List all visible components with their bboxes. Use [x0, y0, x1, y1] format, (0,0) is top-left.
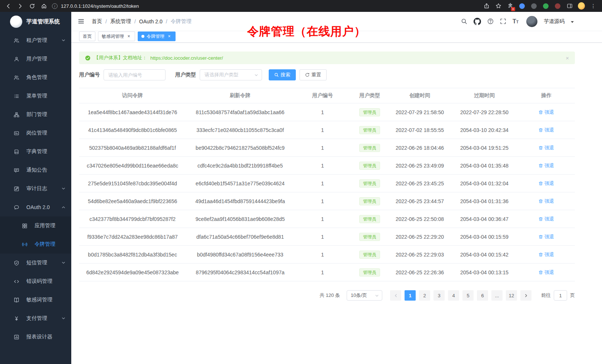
sidebar-toggle-button[interactable]	[78, 18, 85, 25]
extension-with-badge-icon[interactable]: 0	[507, 3, 514, 10]
github-icon[interactable]	[474, 18, 481, 25]
prev-page-button[interactable]	[390, 290, 401, 301]
total-count: 共 120 条	[320, 292, 340, 299]
sidebar-item-oauth2-application[interactable]: 应用管理	[0, 216, 71, 235]
force-logout-button[interactable]: 强退	[539, 162, 554, 169]
page-button-1[interactable]: 1	[405, 290, 416, 301]
sidebar-item-dept[interactable]: 部门管理	[0, 105, 71, 124]
next-page-button[interactable]	[520, 290, 531, 301]
create-time-cell: 2022-06-25 23:49:09	[389, 157, 451, 175]
user-type-badge: 管理员	[359, 179, 380, 188]
user-type-badge: 管理员	[359, 126, 380, 134]
delete-icon	[539, 110, 543, 115]
green-extension-icon[interactable]	[542, 3, 549, 10]
bookmark-star-icon[interactable]	[495, 3, 502, 10]
tab-close-icon[interactable]: ×	[126, 34, 131, 39]
user-name[interactable]: 芋道源码	[544, 18, 565, 25]
user-avatar[interactable]	[526, 16, 537, 27]
column-header-user_type: 用户类型	[351, 88, 389, 103]
alert-close-icon[interactable]: ×	[566, 55, 569, 61]
sidebar-item-pay[interactable]: 支付管理	[0, 309, 71, 328]
back-button[interactable]	[4, 1, 13, 10]
search-icon[interactable]	[461, 18, 467, 24]
sidebar-item-error-code[interactable]: 错误码管理	[0, 272, 71, 291]
chevron-down-icon	[61, 186, 66, 191]
side-panel-icon[interactable]	[566, 3, 573, 10]
page-button-2[interactable]: 2	[419, 290, 430, 301]
doc-alert: 【用户体系】文档地址： https://doc.iocoder.cn/user-…	[79, 52, 575, 64]
app-logo[interactable]: 芋道管理系统	[0, 12, 71, 31]
user-type-badge: 管理员	[359, 215, 380, 223]
sidebar-item-dict[interactable]: 字典管理	[0, 142, 71, 161]
table-row: b0d1785bc3a8482f812db4a3f3bd15ecb0df4980…	[79, 246, 575, 264]
force-logout-button[interactable]: 强退	[539, 109, 554, 116]
sidebar-item-sensitive-word[interactable]: 敏感词管理	[0, 291, 71, 309]
app-title: 芋道管理系统	[26, 18, 60, 25]
page-size-select[interactable]: 10条/页	[347, 290, 382, 301]
search-button[interactable]: 搜索	[269, 69, 296, 80]
sidebar-item-oauth2[interactable]: OAuth 2.0	[0, 198, 71, 216]
chevron-down-icon	[61, 38, 66, 43]
sidebar-item-oauth2-token[interactable]: 令牌管理	[0, 235, 71, 254]
profile-avatar-icon[interactable]	[578, 3, 585, 10]
alert-doc-link[interactable]: https://doc.iocoder.cn/user-center/	[150, 55, 223, 61]
reset-button[interactable]: 重置	[300, 69, 327, 80]
pagination: 共 120 条 10条/页 123456...12 前往 页	[79, 290, 575, 301]
force-logout-button[interactable]: 强退	[539, 216, 554, 222]
page-button-3[interactable]: 3	[433, 290, 445, 301]
forward-button[interactable]	[16, 1, 24, 10]
home-button[interactable]	[39, 1, 48, 10]
more-menu-icon[interactable]: ⋮	[590, 3, 597, 10]
breadcrumb-oauth2[interactable]: OAuth 2.0	[139, 19, 163, 24]
force-logout-button[interactable]: 强退	[539, 145, 554, 151]
share-icon[interactable]	[483, 3, 490, 10]
pager-more-button[interactable]: ...	[491, 290, 503, 301]
site-info-icon[interactable]: i	[52, 3, 58, 9]
tab-close-icon[interactable]: ×	[167, 34, 172, 39]
sidebar-item-sms[interactable]: 短信管理	[0, 254, 71, 272]
force-logout-button[interactable]: 强退	[539, 234, 554, 240]
url-text[interactable]: 127.0.0.1:1024/system/oauth2/token	[61, 3, 139, 9]
browser-toolbar-icons: 0 ⋮	[483, 3, 598, 10]
user-type-select[interactable]: 请选择用户类型	[200, 69, 262, 80]
url-bar[interactable]: i 127.0.0.1:1024/system/oauth2/token	[52, 3, 483, 9]
force-logout-button[interactable]: 强退	[539, 127, 554, 133]
page-button-4[interactable]: 4	[448, 290, 459, 301]
help-icon[interactable]	[487, 18, 494, 24]
force-logout-button[interactable]: 强退	[539, 198, 554, 205]
app-icon	[22, 223, 27, 229]
gray-extension-icon[interactable]	[530, 3, 537, 10]
tab-sensitive-word[interactable]: 敏感词管理×	[98, 32, 135, 41]
reload-button[interactable]	[27, 1, 36, 10]
red-extension-icon[interactable]	[554, 3, 561, 10]
sidebar-item-role[interactable]: 角色管理	[0, 68, 71, 87]
sidebar-item-tenant[interactable]: 租户管理	[0, 31, 71, 50]
user-id-cell: 1	[294, 157, 351, 175]
force-logout-button[interactable]: 强退	[539, 269, 554, 276]
sidebar-item-menu[interactable]: 菜单管理	[0, 87, 71, 105]
font-size-icon[interactable]: TT	[513, 18, 518, 25]
sidebar-item-audit-log[interactable]: 审计日志	[0, 179, 71, 198]
blue-extension-icon[interactable]	[518, 3, 526, 10]
fullscreen-icon[interactable]	[500, 18, 506, 24]
page-button-6[interactable]: 6	[477, 290, 488, 301]
table-row: 54d6be82ee5a460a9aedc1f9bf22365649d1aa46…	[79, 192, 575, 210]
page-button-5[interactable]: 5	[462, 290, 474, 301]
sidebar-item-notice[interactable]: 通知公告	[0, 161, 71, 179]
sidebar-item-post[interactable]: 岗位管理	[0, 124, 71, 142]
tab-home[interactable]: 首页	[79, 32, 95, 41]
breadcrumb-home[interactable]: 首页	[92, 18, 102, 25]
breadcrumb-system[interactable]: 系统管理	[110, 18, 131, 25]
tab-token[interactable]: 令牌管理×	[138, 32, 176, 41]
sidebar-item-report-designer[interactable]: 报表设计器	[0, 328, 71, 346]
expire-time-cell: 2054-03-10 20:42:34	[451, 121, 518, 139]
user-id-input[interactable]	[104, 69, 166, 80]
goto-page-input[interactable]	[554, 290, 567, 301]
force-logout-button[interactable]: 强退	[539, 251, 554, 258]
chevron-down-icon[interactable]	[571, 21, 574, 23]
sidebar-item-user[interactable]: 用户管理	[0, 50, 71, 68]
browser-chrome: i 127.0.0.1:1024/system/oauth2/token 0 ⋮	[0, 0, 602, 12]
page-button-12[interactable]: 12	[506, 290, 517, 301]
force-logout-button[interactable]: 强退	[539, 180, 554, 187]
search-icon	[274, 73, 279, 77]
